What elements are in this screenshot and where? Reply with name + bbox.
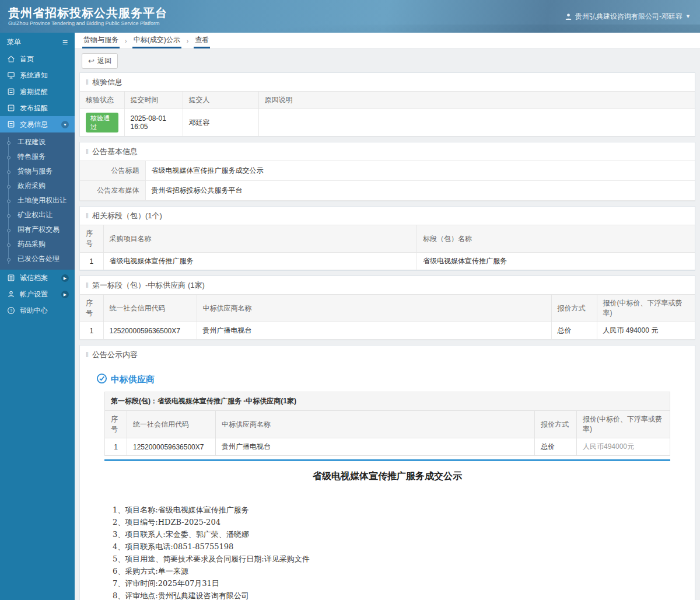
- hamburger-icon[interactable]: ≡: [62, 39, 68, 46]
- user-name: 贵州弘典建设咨询有限公司-邓廷容: [575, 12, 682, 22]
- col-header: 标段（包）名称: [417, 225, 695, 253]
- section-band: 第一标段(包)：省级电视媒体宣传推广服务 -中标供应商(1家): [104, 392, 670, 410]
- table-row: 核验通过 2025-08-01 16:05 邓廷容: [80, 109, 695, 137]
- table-row: 公告发布媒体 贵州省招标投标公共服务平台: [80, 181, 695, 201]
- doc-line: 4、项目联系电话:0851-85755198: [113, 540, 670, 553]
- col-header: 中标供应商名称: [197, 295, 551, 322]
- col-header: 中标供应商名称: [216, 411, 535, 438]
- back-icon: ↩: [88, 57, 94, 65]
- chevron-right-icon: ▶: [61, 274, 69, 282]
- sidebar-item-label: 帮助中心: [20, 306, 48, 316]
- sidebar-subitem-state-assets[interactable]: 国有产权交易: [0, 222, 75, 237]
- sidebar-item-notices[interactable]: 系统通知: [0, 67, 75, 83]
- document-icon: [7, 120, 15, 128]
- reason: [258, 109, 695, 137]
- doc-line: 6、采购方式:单一来源: [113, 565, 670, 577]
- target-check-icon: [96, 373, 107, 386]
- field-value: 省级电视媒体宣传推广服务成交公示: [145, 161, 695, 181]
- col-header: 序号: [80, 295, 103, 322]
- chevron-right-icon: ▶: [61, 291, 69, 298]
- doc-line: 3、项目联系人:宋金委、郭广荣、潘晓娜: [113, 528, 670, 540]
- sidebar-item-label: 发布提醒: [20, 103, 48, 113]
- section-marker: ‖: [86, 78, 89, 86]
- sidebar-subitem-mining-rights[interactable]: 矿业权出让: [0, 208, 75, 222]
- sidebar-item-label: 逾期提醒: [20, 87, 48, 97]
- section-marker: ‖: [86, 351, 89, 359]
- section-marker: ‖: [86, 281, 89, 289]
- section-title: ‖公告基本信息: [80, 142, 695, 161]
- table-row: 1 省级电视媒体宣传推广服务 省级电视媒体宣传推广服务: [80, 253, 695, 270]
- field-label: 公告发布媒体: [80, 181, 145, 201]
- page-subtitle: GuiZhou Province Tendering and Bidding P…: [8, 20, 167, 27]
- panel-winning-supplier: ‖第一标段（包）-中标供应商 (1家) 序号 统一社会信用代码 中标供应商名称 …: [79, 275, 695, 340]
- sidebar-item-help-center[interactable]: ? 帮助中心: [0, 302, 75, 319]
- doc-line: 8、评审地点:贵州弘典建设咨询有限公司: [113, 589, 670, 600]
- sidebar-subitem-engineering[interactable]: 工程建设: [0, 135, 75, 149]
- submit-time: 2025-08-01 16:05: [124, 109, 183, 137]
- section-title: ‖公告公示内容: [80, 346, 695, 364]
- chevron-down-icon: ▼: [685, 13, 691, 19]
- panel-related-sections: ‖相关标段（包）(1个) 序号 采购项目名称 标段（包）名称 1 省级电视媒体宣…: [79, 206, 695, 271]
- col-header: 采购项目名称: [103, 225, 417, 253]
- winner-badge-title: 中标供应商: [96, 373, 670, 386]
- sidebar-subitem-featured[interactable]: 特色服务: [0, 149, 75, 164]
- doc-line: 2、项目编号:HDZB-2025-204: [113, 516, 670, 528]
- user-menu[interactable]: 贵州弘典建设咨询有限公司-邓廷容 ▼: [565, 12, 691, 22]
- divider: [104, 459, 670, 461]
- sidebar-item-trade-info[interactable]: 交易信息 ▼: [0, 116, 75, 132]
- breadcrumb-item-goods-services[interactable]: 货物与服务: [82, 33, 120, 48]
- sidebar-item-home[interactable]: 首页: [0, 51, 75, 67]
- announcement-document: 省级电视媒体宣传推广服务成交公示 1、项目名称:省级电视媒体宣传推广服务 2、项…: [104, 470, 670, 600]
- sidebar-subitem-drug-procurement[interactable]: 药品采购: [0, 237, 75, 252]
- section-title: ‖第一标段（包）-中标供应商 (1家): [80, 276, 695, 294]
- section-marker: ‖: [86, 148, 89, 156]
- sidebar-item-label: 帐户设置: [20, 289, 48, 299]
- brand: 贵州省招标投标公共服务平台 GuiZhou Province Tendering…: [8, 6, 167, 27]
- section-title: ‖核验信息: [80, 73, 695, 91]
- sidebar-subitem-gov-procurement[interactable]: 政府采购: [0, 179, 75, 193]
- section-title: ‖相关标段（包）(1个): [80, 207, 695, 225]
- toolbar: ↩ 返回: [75, 49, 700, 72]
- doc-line: 7、评审时间:2025年07月31日: [113, 577, 670, 589]
- col-header: 核验状态: [80, 92, 124, 109]
- document-icon: [7, 88, 15, 96]
- col-header: 序号: [80, 225, 103, 253]
- breadcrumb-item-award-notice[interactable]: 中标(成交)公示: [132, 33, 181, 48]
- panel-announcement-basic: ‖公告基本信息 公告标题 省级电视媒体宣传推广服务成交公示 公告发布媒体 贵州省…: [79, 142, 695, 201]
- sidebar-subitem-goods-services[interactable]: 货物与服务: [0, 164, 75, 179]
- section-marker: ‖: [86, 212, 89, 220]
- status-badge: 核验通过: [86, 113, 118, 132]
- user-icon: [565, 13, 572, 20]
- svg-text:?: ?: [10, 308, 12, 313]
- doc-line: 5、项目用途、简要技术要求及合同履行日期:详见采购文件: [113, 553, 670, 565]
- sidebar-subitem-land-rights[interactable]: 土地使用权出让: [0, 193, 75, 208]
- col-header: 原因说明: [258, 92, 695, 109]
- sidebar-item-overdue[interactable]: 逾期提醒: [0, 83, 75, 100]
- submitter: 邓廷容: [183, 109, 258, 137]
- main-content: 货物与服务 › 中标(成交)公示 › 查看 ↩ 返回 ‖核验信息 核验状态 提交…: [75, 33, 700, 600]
- sidebar-header: 菜单 ≡: [0, 33, 75, 51]
- sidebar-item-credit-archive[interactable]: 诚信档案 ▶: [0, 270, 75, 286]
- col-header: 统一社会信用代码: [103, 295, 197, 322]
- doc-line: 1、项目名称:省级电视媒体宣传推广服务: [113, 504, 670, 516]
- back-button[interactable]: ↩ 返回: [82, 53, 118, 69]
- sidebar-item-label: 系统通知: [20, 71, 48, 81]
- document-title: 省级电视媒体宣传推广服务成交公示: [104, 470, 670, 483]
- sidebar-item-publish[interactable]: 发布提醒: [0, 100, 75, 116]
- page-title: 贵州省招标投标公共服务平台: [8, 6, 167, 20]
- table-row: 公告标题 省级电视媒体宣传推广服务成交公示: [80, 161, 695, 181]
- sidebar-subitem-published-notices[interactable]: 已发公告处理: [0, 252, 75, 266]
- panel-announcement-content: ‖公告公示内容 中标供应商 第一标段(包)：省级电视媒体宣传推广服务 -中标供应…: [79, 345, 695, 600]
- chevron-down-icon: ▼: [61, 121, 69, 128]
- menu-label: 菜单: [7, 37, 21, 47]
- col-header: 报价(中标价、下浮率或费率): [577, 411, 670, 438]
- user-icon: [7, 290, 15, 298]
- breadcrumb-item-view[interactable]: 查看: [194, 33, 210, 48]
- field-label: 公告标题: [80, 161, 145, 181]
- col-header: 报价方式: [551, 295, 597, 322]
- app-root: 贵州省招标投标公共服务平台 GuiZhou Province Tendering…: [0, 0, 700, 600]
- sidebar: 菜单 ≡ 首页 系统通知 逾期提醒: [0, 33, 75, 600]
- monitor-icon: [7, 71, 15, 79]
- breadcrumb: 货物与服务 › 中标(成交)公示 › 查看: [75, 33, 700, 49]
- sidebar-item-account-settings[interactable]: 帐户设置 ▶: [0, 286, 75, 302]
